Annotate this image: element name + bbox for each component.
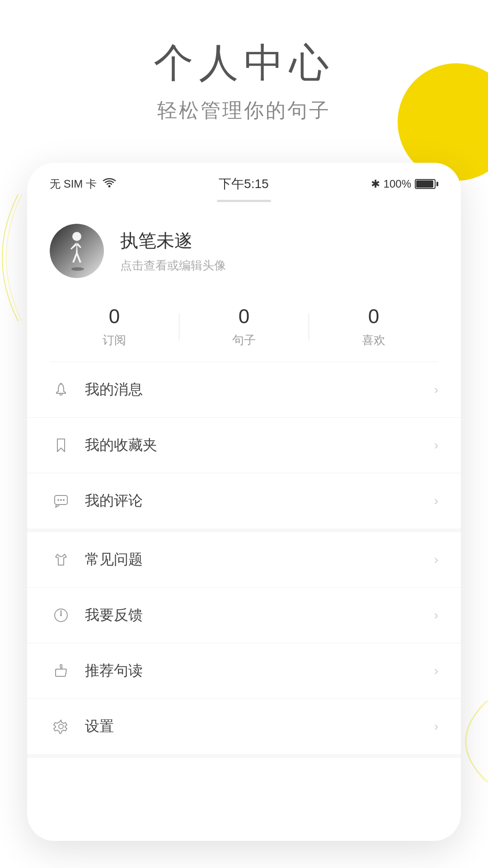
menu-comments-arrow: › <box>434 494 438 508</box>
status-left: 无 SIM 卡 <box>50 177 117 191</box>
menu-settings-label: 设置 <box>85 717 434 736</box>
menu-recommend-label: 推荐句读 <box>85 661 434 681</box>
menu-item-faq[interactable]: 常见问题 › <box>27 532 461 588</box>
comment-icon <box>50 490 72 512</box>
bookmark-icon <box>50 434 72 457</box>
battery-icon <box>415 179 438 189</box>
stat-sentences-value: 0 <box>239 305 249 328</box>
svg-point-8 <box>63 499 65 501</box>
stats-row: 0 订阅 0 句子 0 喜欢 <box>50 292 438 362</box>
avatar[interactable] <box>50 224 104 278</box>
svg-point-2 <box>72 232 81 241</box>
menu-favorites-label: 我的收藏夹 <box>85 435 434 455</box>
notch-area <box>27 200 461 206</box>
svg-point-0 <box>108 185 111 187</box>
battery-percentage: 100% <box>384 178 411 190</box>
left-lines-decoration <box>0 190 23 326</box>
menu-messages-label: 我的消息 <box>85 380 434 400</box>
feedback-icon <box>50 604 72 627</box>
stat-subscribe-label: 订阅 <box>103 332 126 348</box>
bell-icon <box>50 378 72 401</box>
profile-info: 执笔未遂 点击查看或编辑头像 <box>120 228 438 274</box>
menu-messages-arrow: › <box>434 382 438 397</box>
menu-item-settings[interactable]: 设置 › <box>27 699 461 754</box>
stat-likes-value: 0 <box>368 305 379 328</box>
page-header: 个人中心 轻松管理你的句子 <box>0 36 488 124</box>
menu-group-1: 我的消息 › 我的收藏夹 › <box>27 362 461 532</box>
stat-likes-label: 喜欢 <box>362 332 385 348</box>
status-right: ✱ 100% <box>371 178 438 190</box>
svg-point-13 <box>59 724 63 729</box>
menu-feedback-label: 我要反馈 <box>85 605 434 625</box>
stat-likes[interactable]: 0 喜欢 <box>309 305 438 348</box>
profile-name: 执笔未遂 <box>120 228 438 253</box>
phone-mockup: 无 SIM 卡 下午5:15 ✱ 100% <box>27 163 461 841</box>
menu-section: 我的消息 › 我的收藏夹 › <box>27 362 461 758</box>
bluetooth-icon: ✱ <box>371 178 380 190</box>
wifi-icon <box>102 177 117 191</box>
status-time: 下午5:15 <box>219 175 269 193</box>
recommend-icon <box>50 660 72 682</box>
menu-item-recommend[interactable]: 推荐句读 › <box>27 643 461 699</box>
profile-hint: 点击查看或编辑头像 <box>120 258 438 274</box>
svg-point-4 <box>60 383 62 385</box>
page-title: 个人中心 <box>0 36 488 90</box>
settings-icon <box>50 715 72 738</box>
stat-sentences-label: 句子 <box>232 332 256 348</box>
menu-item-messages[interactable]: 我的消息 › <box>27 362 461 418</box>
menu-group-2: 常见问题 › 我要反馈 › <box>27 532 461 758</box>
menu-feedback-arrow: › <box>434 608 438 623</box>
svg-point-3 <box>71 267 84 271</box>
profile-section[interactable]: 执笔未遂 点击查看或编辑头像 <box>27 206 461 292</box>
stat-sentences[interactable]: 0 句子 <box>179 305 309 348</box>
svg-point-7 <box>60 499 62 501</box>
status-bar: 无 SIM 卡 下午5:15 ✱ 100% <box>27 163 461 200</box>
stat-subscribe[interactable]: 0 订阅 <box>50 305 179 348</box>
page-subtitle: 轻松管理你的句子 <box>0 97 488 124</box>
sim-label: 无 SIM 卡 <box>50 177 97 191</box>
menu-item-feedback[interactable]: 我要反馈 › <box>27 588 461 643</box>
menu-favorites-arrow: › <box>434 438 438 453</box>
menu-settings-arrow: › <box>434 719 438 734</box>
menu-item-favorites[interactable]: 我的收藏夹 › <box>27 418 461 473</box>
menu-comments-label: 我的评论 <box>85 491 434 511</box>
menu-item-comments[interactable]: 我的评论 › <box>27 473 461 528</box>
help-icon <box>50 548 72 571</box>
stat-subscribe-value: 0 <box>109 305 120 328</box>
menu-faq-arrow: › <box>434 552 438 567</box>
menu-faq-label: 常见问题 <box>85 550 434 570</box>
svg-point-6 <box>57 499 59 501</box>
menu-recommend-arrow: › <box>434 664 438 678</box>
notch-bar <box>217 200 271 202</box>
